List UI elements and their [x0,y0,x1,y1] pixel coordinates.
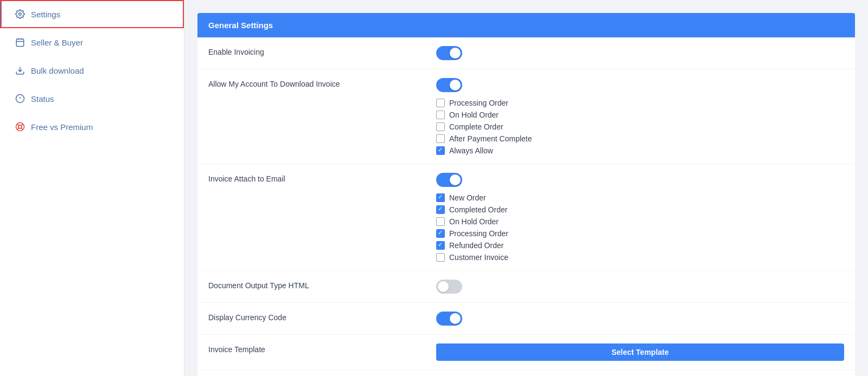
sidebar-item-bulk-download[interactable]: Bulk download [0,56,184,85]
main-content: General Settings Enable Invoicing Allow … [184,0,868,376]
checkbox-customer-invoice-box [436,253,445,262]
document-output-html-label: Document Output Type HTML [208,280,436,290]
checkbox-processing-order-2-label: Processing Order [449,229,508,238]
svg-line-11 [17,124,19,126]
checkbox-refunded-order-label: Refunded Order [449,241,503,250]
invoice-attach-email-control: New Order Completed Order On Hold Order … [436,173,844,262]
invoice-attach-email-label: Invoice Attach to Email [208,173,436,183]
checkbox-new-order-label: New Order [449,193,486,202]
sidebar-item-free-vs-premium[interactable]: Free vs Premium [0,113,184,141]
row-invoice-attach-email: Invoice Attach to Email New Order Comple… [197,164,855,271]
checkbox-completed-order-label: Completed Order [449,205,507,214]
checkbox-always-allow[interactable]: Always Allow [436,146,844,155]
sidebar-item-seller-buyer-label: Seller & Buyer [31,38,83,47]
info-icon [15,93,25,104]
checkbox-customer-invoice-label: Customer Invoice [449,253,508,262]
row-allow-download: Allow My Account To Download Invoice Pro… [197,69,855,164]
lifesaver-icon [15,121,25,132]
allow-download-toggle[interactable] [436,78,462,92]
sidebar-item-status-label: Status [31,94,54,103]
checkbox-processing-order-1-box [436,99,445,107]
enable-invoicing-toggle[interactable] [436,46,462,60]
svg-line-13 [21,124,23,126]
checkbox-on-hold-order-2[interactable]: On Hold Order [436,217,844,226]
checkbox-after-payment-label: After Payment Complete [449,134,532,143]
checkbox-new-order-box [436,193,445,202]
svg-rect-1 [16,39,24,47]
display-currency-code-toggle[interactable] [436,312,462,326]
checkbox-always-allow-box [436,146,445,155]
sidebar-item-settings-label: Settings [31,10,60,19]
settings-panel: General Settings Enable Invoicing Allow … [197,13,855,376]
checkbox-new-order[interactable]: New Order [436,193,844,202]
checkbox-processing-order-1[interactable]: Processing Order [436,99,844,107]
checkbox-on-hold-order-1[interactable]: On Hold Order [436,111,844,119]
sidebar-item-bulk-download-label: Bulk download [31,66,84,75]
checkbox-complete-order-label: Complete Order [449,122,503,131]
sidebar-item-status[interactable]: Status [0,85,184,113]
checkbox-on-hold-order-1-box [436,111,445,119]
enable-invoicing-label: Enable Invoicing [208,46,436,56]
sidebar-item-seller-buyer[interactable]: Seller & Buyer [0,28,184,56]
checkbox-after-payment[interactable]: After Payment Complete [436,134,844,143]
invoice-template-label: Invoice Template [208,343,436,354]
allow-download-checkbox-group: Processing Order On Hold Order Complete … [436,99,844,155]
sidebar: Settings Seller & Buyer Bulk download [0,0,184,376]
checkbox-customer-invoice[interactable]: Customer Invoice [436,253,844,262]
sidebar-item-settings[interactable]: Settings [0,0,184,28]
row-paper-size: Paper Size A4 A3 Letter Legal [197,370,855,376]
panel-header: General Settings [197,13,855,37]
checkbox-on-hold-order-1-label: On Hold Order [449,111,499,119]
checkbox-refunded-order-box [436,241,445,250]
enable-invoicing-control [436,46,844,60]
invoice-attach-email-toggle[interactable] [436,173,462,187]
display-currency-code-label: Display Currency Code [208,312,436,322]
document-output-html-control [436,280,844,294]
svg-line-14 [17,128,19,129]
row-display-currency-code: Display Currency Code [197,303,855,335]
checkbox-on-hold-order-2-box [436,217,445,226]
checkbox-processing-order-2-box [436,229,445,238]
checkbox-completed-order-box [436,205,445,214]
checkbox-refunded-order[interactable]: Refunded Order [436,241,844,250]
invoice-attach-checkbox-group: New Order Completed Order On Hold Order … [436,193,844,262]
sidebar-item-free-vs-premium-label: Free vs Premium [31,122,93,132]
row-enable-invoicing: Enable Invoicing [197,37,855,69]
checkbox-completed-order[interactable]: Completed Order [436,205,844,214]
checkbox-always-allow-label: Always Allow [449,146,493,155]
allow-download-control: Processing Order On Hold Order Complete … [436,78,844,155]
calendar-icon [15,37,25,48]
row-invoice-template: Invoice Template Select Template [197,335,855,370]
select-template-button[interactable]: Select Template [436,343,844,361]
checkbox-processing-order-1-label: Processing Order [449,99,508,107]
checkbox-complete-order-box [436,122,445,131]
svg-point-10 [18,125,22,128]
svg-line-12 [21,128,23,129]
checkbox-after-payment-box [436,134,445,143]
checkbox-on-hold-order-2-label: On Hold Order [449,217,499,226]
download-icon [15,65,25,76]
document-output-html-toggle[interactable] [436,280,462,294]
checkbox-complete-order[interactable]: Complete Order [436,122,844,131]
gear-icon [15,9,25,20]
checkbox-processing-order-2[interactable]: Processing Order [436,229,844,238]
svg-point-0 [19,13,22,16]
allow-download-label: Allow My Account To Download Invoice [208,78,436,88]
invoice-template-control: Select Template [436,343,844,361]
row-document-output-html: Document Output Type HTML [197,271,855,303]
display-currency-code-control [436,312,844,326]
